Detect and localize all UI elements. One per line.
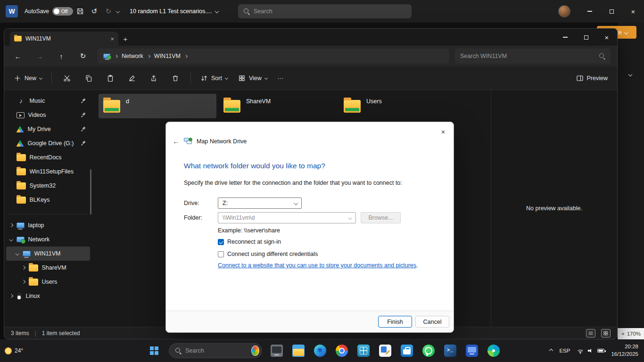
website-link[interactable]: Connect to a website that you can use to… — [218, 262, 416, 269]
paste-button[interactable] — [100, 70, 121, 86]
reconnect-checkbox[interactable] — [218, 239, 224, 245]
sidebar-item-win11vm[interactable]: WIN11VM — [6, 247, 90, 261]
delete-button[interactable] — [165, 70, 186, 86]
explorer-maximize-button[interactable] — [576, 29, 596, 46]
sidebar-item-sharevm[interactable]: ShareVM — [6, 261, 90, 275]
tab-close-icon[interactable]: × — [110, 35, 114, 42]
clock[interactable]: 20:28 16/12/2025 — [611, 343, 638, 358]
file-users[interactable]: Users — [339, 94, 457, 118]
explorer-search-input[interactable] — [460, 53, 595, 59]
expand-chevron-icon[interactable] — [22, 266, 25, 270]
dialog-close-button[interactable]: × — [438, 126, 449, 137]
new-tab-button[interactable]: + — [118, 32, 132, 46]
view-button[interactable]: View — [233, 70, 272, 86]
taskbar-search-input[interactable] — [185, 347, 248, 354]
sidebar-item-network[interactable]: Network — [6, 232, 90, 247]
explorer-close-button[interactable]: × — [596, 29, 617, 46]
zoom-level[interactable]: 170% — [627, 331, 641, 337]
word-maximize-button[interactable] — [601, 0, 622, 23]
system-tray-icons[interactable] — [577, 348, 604, 354]
taskbar-calendar[interactable] — [354, 341, 373, 360]
credentials-checkbox-row[interactable]: Connect using different credentials — [218, 251, 318, 257]
autosave-toggle[interactable]: AutoSave Off — [25, 7, 73, 16]
sidebar-item-music[interactable]: Music — [6, 94, 90, 108]
details-view-button[interactable] — [586, 329, 595, 337]
share-button[interactable] — [143, 70, 164, 86]
taskbar-notes[interactable] — [375, 341, 395, 360]
sidebar-item-linux[interactable]: Linux — [6, 289, 90, 303]
taskbar-virtual-machine[interactable] — [267, 341, 287, 360]
sidebar-item-recentdocs[interactable]: RecentDocs — [6, 150, 90, 165]
account-avatar[interactable] — [558, 5, 570, 17]
drive-select[interactable]: Z: — [218, 197, 302, 209]
sort-button[interactable]: Sort — [196, 70, 232, 86]
word-close-button[interactable]: × — [622, 0, 644, 23]
copy-button[interactable] — [78, 70, 99, 86]
taskbar-edge[interactable] — [310, 341, 330, 360]
folder-input[interactable] — [223, 214, 349, 221]
sidebar-item-blkeys[interactable]: BLKeys — [6, 193, 90, 207]
large-icons-view-button[interactable] — [601, 329, 611, 337]
start-icon[interactable] — [148, 345, 160, 357]
breadcrumb-network[interactable]: Network — [122, 53, 143, 59]
language-indicator[interactable]: ESP — [559, 348, 570, 354]
taskbar-search[interactable] — [169, 343, 262, 358]
taskbar-store[interactable] — [397, 341, 417, 360]
new-button[interactable]: New — [9, 70, 47, 86]
hidden-icons-chevron-icon[interactable] — [549, 349, 553, 353]
expand-chevron-icon[interactable] — [9, 223, 13, 227]
sidebar-item-my-drive[interactable]: My Drive — [6, 122, 90, 136]
breadcrumb[interactable]: NetworkWIN11VM — [98, 49, 449, 64]
explorer-search[interactable] — [455, 49, 611, 64]
taskbar-file-explorer[interactable] — [289, 341, 308, 360]
finish-button[interactable]: Finish — [378, 316, 412, 328]
cancel-button[interactable]: Cancel — [415, 316, 449, 328]
breadcrumb-win11vm[interactable]: WIN11VM — [154, 53, 181, 59]
sidebar-scrollbar[interactable] — [90, 169, 91, 214]
reconnect-checkbox-row[interactable]: Reconnect at sign-in — [218, 239, 281, 245]
autosave-switch[interactable]: Off — [52, 7, 73, 16]
taskbar-whatsapp[interactable] — [419, 341, 438, 360]
explorer-tab[interactable]: WIN11VM × — [10, 32, 118, 46]
save-button[interactable] — [73, 4, 87, 18]
cut-button[interactable] — [57, 70, 77, 86]
rename-button[interactable] — [122, 70, 142, 86]
taskbar-remote-desktop[interactable] — [462, 341, 482, 360]
sidebar-item-videos[interactable]: Videos — [6, 108, 90, 122]
sidebar-item-users[interactable]: Users — [6, 275, 90, 289]
taskbar-powershell[interactable] — [440, 341, 460, 360]
dialog-back-button[interactable]: ← — [173, 137, 180, 145]
expand-chevron-icon[interactable] — [16, 252, 19, 255]
expand-chevron-icon[interactable] — [9, 238, 13, 241]
sidebar-item-laptop[interactable]: laptop — [6, 218, 90, 232]
explorer-minimize-button[interactable] — [555, 29, 576, 46]
up-button[interactable]: ↑ — [54, 49, 68, 63]
word-search-input[interactable] — [254, 8, 406, 15]
weather-widget[interactable]: 24° — [5, 339, 23, 362]
browse-button[interactable]: Browse... — [361, 212, 401, 223]
expand-chevron-icon[interactable] — [22, 280, 25, 284]
forward-button[interactable]: → — [33, 49, 47, 63]
taskbar-photos[interactable] — [484, 341, 504, 360]
sidebar-item-system32[interactable]: System32 — [6, 179, 90, 193]
taskbar-chrome[interactable] — [332, 341, 352, 360]
more-options-button[interactable]: ··· — [273, 70, 289, 86]
document-title[interactable]: 10 random L1 Test scenarios.... — [130, 8, 218, 15]
credentials-checkbox[interactable] — [218, 251, 224, 257]
search-highlights-icon[interactable] — [251, 346, 259, 356]
undo-button[interactable]: ↺ — [87, 4, 101, 18]
folder-combobox[interactable] — [218, 212, 356, 223]
undo-history-chevron-icon[interactable] — [116, 9, 120, 13]
zoom-in-button[interactable]: + — [621, 331, 625, 337]
word-search[interactable] — [238, 4, 412, 18]
file-sharevm[interactable]: ShareVM — [219, 94, 337, 118]
word-minimize-button[interactable] — [579, 0, 601, 23]
preview-button[interactable]: Preview — [571, 70, 612, 86]
refresh-button[interactable]: ↻ — [76, 49, 90, 63]
file-d[interactable]: d — [99, 94, 216, 118]
back-button[interactable]: ← — [11, 49, 25, 63]
expand-chevron-icon[interactable] — [9, 294, 13, 298]
redo-button[interactable]: ↻ — [101, 4, 116, 18]
sidebar-item-win11setupfiles[interactable]: Win11SetupFiles — [6, 165, 90, 179]
sidebar-item-google-drive-g[interactable]: Google Drive (G:) — [6, 136, 90, 150]
